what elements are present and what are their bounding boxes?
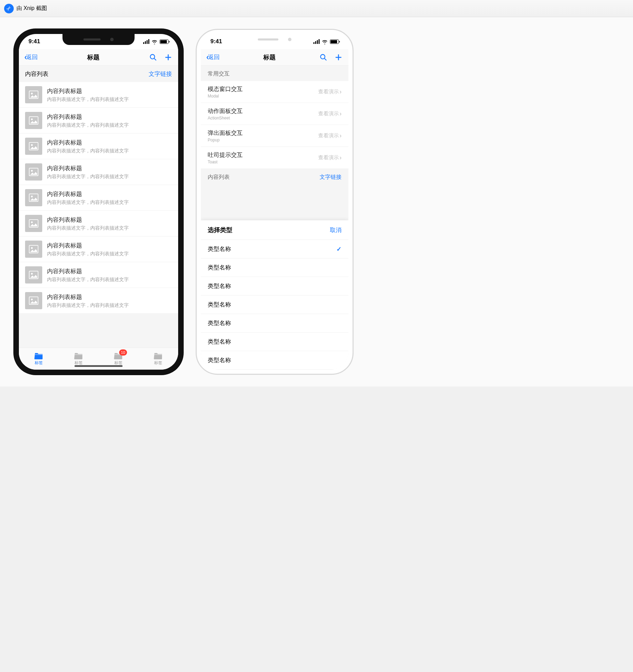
phone-mockup-left: 9:41 ‹返回 标题 [14, 29, 183, 375]
check-icon: ✓ [336, 245, 342, 253]
svg-point-9 [31, 144, 33, 146]
list-item-title: 内容列表标题 [47, 139, 129, 147]
list-item-title: 内容列表标题 [47, 113, 129, 121]
section-header: 内容列表 文字链接 [19, 66, 178, 82]
list-item-title: 内容列表标题 [47, 293, 129, 301]
list-item[interactable]: 内容列表标题 内容列表描述文字，内容列表描述文字 [19, 159, 178, 185]
svg-point-17 [31, 247, 33, 249]
search-icon [320, 54, 327, 61]
canvas: 9:41 ‹返回 标题 [0, 17, 633, 386]
phone-mockup-right: 9:41 ‹返回 标题 [196, 29, 354, 375]
option-label: 类型名称 [208, 338, 231, 346]
svg-point-11 [31, 170, 33, 172]
list-item-desc: 内容列表描述文字，内容列表描述文字 [47, 148, 129, 154]
back-label: 返回 [208, 53, 220, 61]
xnip-logo [4, 4, 14, 13]
status-time: 9:41 [28, 38, 40, 45]
status-time: 9:41 [210, 38, 222, 45]
svg-point-15 [31, 221, 33, 223]
list-item-title: 内容列表标题 [47, 242, 129, 250]
list-item[interactable]: 内容列表标题 内容列表描述文字，内容列表描述文字 [19, 262, 178, 288]
svg-point-21 [31, 299, 33, 300]
plus-icon [335, 54, 342, 61]
list-item-desc: 内容列表描述文字，内容列表描述文字 [47, 251, 129, 257]
battery-icon [330, 39, 339, 44]
tab-badge: 10 [119, 349, 127, 356]
svg-line-1 [154, 58, 156, 60]
wifi-icon [151, 39, 158, 44]
home-indicator [74, 365, 123, 367]
search-icon [149, 54, 157, 61]
thumbnail-placeholder [25, 215, 42, 232]
nav-bar: ‹返回 标题 [201, 49, 348, 66]
svg-line-23 [324, 58, 326, 60]
list-item[interactable]: 内容列表标题 内容列表描述文字，内容列表描述文字 [19, 288, 178, 314]
sheet-option[interactable]: 类型名称✓ [201, 240, 348, 258]
back-button[interactable]: ‹返回 [206, 53, 220, 62]
list-item-desc: 内容列表描述文字，内容列表描述文字 [47, 277, 129, 283]
list-item-title: 内容列表标题 [47, 164, 129, 172]
thumbnail-placeholder [25, 189, 42, 206]
list-item-desc: 内容列表描述文字，内容列表描述文字 [47, 199, 129, 206]
option-label: 类型名称 [208, 356, 231, 364]
wifi-icon [322, 39, 328, 44]
thumbnail-placeholder [25, 266, 42, 283]
add-button[interactable] [164, 53, 173, 62]
list-item-desc: 内容列表描述文字，内容列表描述文字 [47, 122, 129, 128]
list-item-desc: 内容列表描述文字，内容列表描述文字 [47, 225, 129, 231]
nav-bar: ‹返回 标题 [19, 49, 178, 66]
list-item[interactable]: 内容列表标题 内容列表描述文字，内容列表描述文字 [19, 236, 178, 262]
list-item-title: 内容列表标题 [47, 267, 129, 275]
folder-icon [74, 352, 83, 359]
list-item-desc: 内容列表描述文字，内容列表描述文字 [47, 174, 129, 180]
sheet-cancel-button[interactable]: 取消 [330, 226, 342, 234]
sheet-option[interactable]: 类型名称 [201, 258, 348, 277]
svg-point-13 [31, 196, 33, 197]
tab-1[interactable]: 标签 [19, 348, 59, 370]
list-item[interactable]: 内容列表标题 内容列表描述文字，内容列表描述文字 [19, 134, 178, 159]
thumbnail-placeholder [25, 112, 42, 129]
list-item-desc: 内容列表描述文字，内容列表描述文字 [47, 302, 129, 309]
option-label: 类型名称 [208, 319, 231, 327]
sheet-option[interactable]: 类型名称 [201, 351, 348, 370]
tab-label: 标签 [154, 360, 162, 366]
sheet-option[interactable]: 类型名称 [201, 314, 348, 333]
sheet-option[interactable]: 类型名称 [201, 333, 348, 351]
sheet-option[interactable]: 类型名称 [201, 296, 348, 314]
list-item[interactable]: 内容列表标题 内容列表描述文字，内容列表描述文字 [19, 108, 178, 134]
list-item[interactable]: 内容列表标题 内容列表描述文字，内容列表描述文字 [19, 185, 178, 211]
option-label: 类型名称 [208, 264, 231, 271]
notch [62, 34, 135, 45]
folder-icon [154, 352, 163, 359]
tab-4[interactable]: 标签 [138, 348, 178, 370]
section-link[interactable]: 文字链接 [149, 70, 172, 78]
nav-title: 标题 [263, 53, 276, 61]
banner-text: 由 Xnip 截图 [16, 5, 47, 12]
nav-title: 标题 [87, 53, 100, 61]
svg-point-7 [31, 118, 33, 120]
sheet-option[interactable]: 类型名称 [201, 277, 348, 296]
thumbnail-placeholder [25, 163, 42, 181]
plus-icon [164, 54, 172, 61]
thumbnail-placeholder [25, 241, 42, 258]
back-label: 返回 [26, 53, 38, 61]
option-label: 类型名称 [208, 301, 231, 309]
list-item[interactable]: 内容列表标题 内容列表描述文字，内容列表描述文字 [19, 82, 178, 108]
list-item-title: 内容列表标题 [47, 190, 129, 198]
add-button[interactable] [334, 53, 343, 62]
search-button[interactable] [319, 53, 328, 62]
app-banner: 由 Xnip 截图 [0, 0, 633, 17]
action-sheet-overlay: 选择类型 取消 类型名称✓类型名称类型名称类型名称类型名称类型名称类型名称 [201, 66, 348, 370]
list-item-title: 内容列表标题 [47, 87, 129, 95]
notch [239, 34, 311, 45]
list-item-title: 内容列表标题 [47, 216, 129, 224]
back-button[interactable]: ‹返回 [24, 53, 38, 62]
svg-point-19 [31, 273, 33, 275]
option-label: 类型名称 [208, 282, 231, 290]
content-list: 内容列表标题 内容列表描述文字，内容列表描述文字 内容列表标题 内容列表描述文字… [19, 82, 178, 314]
signal-icon [313, 39, 320, 44]
section-title: 内容列表 [25, 70, 48, 78]
battery-icon [160, 39, 169, 44]
search-button[interactable] [149, 53, 158, 62]
list-item[interactable]: 内容列表标题 内容列表描述文字，内容列表描述文字 [19, 211, 178, 236]
